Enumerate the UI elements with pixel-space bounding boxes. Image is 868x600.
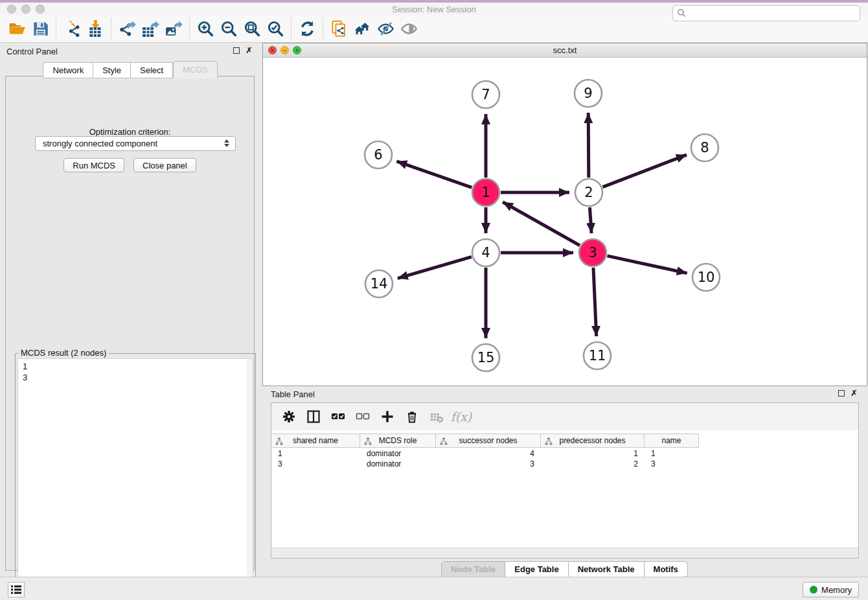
node-7[interactable]: 7 (472, 81, 499, 108)
table-cell[interactable]: 4 (436, 448, 541, 459)
tab-motifs[interactable]: Motifs (645, 561, 688, 577)
apply-layout-button[interactable] (295, 17, 319, 40)
edge-2-9[interactable] (588, 113, 589, 178)
edge-3-11[interactable] (593, 268, 597, 336)
tab-mcds[interactable]: MCDS (173, 61, 217, 78)
edge-4-14[interactable] (398, 257, 472, 278)
function-builder-button[interactable]: f(x) (450, 406, 472, 427)
export-image-button[interactable] (162, 17, 185, 40)
network-title: scc.txt (263, 45, 867, 55)
search-input[interactable] (672, 5, 860, 21)
table-cell[interactable]: 3 (436, 459, 541, 469)
zoom-in-button[interactable] (194, 17, 217, 40)
float-panel-icon[interactable] (233, 47, 240, 54)
show-all-button[interactable] (397, 17, 420, 40)
export-table-button[interactable] (139, 17, 162, 40)
delete-column-button[interactable] (401, 406, 423, 427)
node-14[interactable]: 14 (365, 270, 393, 297)
node-3[interactable]: 3 (579, 239, 606, 266)
edge-2-8[interactable] (603, 155, 687, 187)
close-panel-button[interactable]: Close panel (133, 158, 196, 172)
zoom-out-button[interactable] (217, 17, 240, 40)
edge-3-1[interactable] (503, 202, 580, 246)
column-header-predecessor-nodes[interactable]: predecessor nodes (541, 434, 645, 447)
table-cell[interactable]: 3 (271, 459, 360, 469)
mcds-result-title: MCDS result (2 nodes) (18, 348, 109, 358)
table-cell[interactable]: 1 (541, 448, 645, 459)
select-all-columns-button[interactable] (327, 406, 349, 427)
node-label: 6 (374, 147, 382, 163)
node-4[interactable]: 4 (472, 239, 499, 266)
node-1[interactable]: 1 (472, 179, 499, 206)
hide-selected-button[interactable] (374, 17, 397, 40)
table-header-row: shared nameMCDS rolesuccessor nodesprede… (271, 433, 699, 448)
zoom-selected-button[interactable] (264, 17, 287, 40)
node-label: 14 (371, 276, 388, 292)
node-6[interactable]: 6 (365, 141, 392, 168)
import-network-icon (63, 20, 81, 38)
gear-button[interactable] (278, 406, 300, 427)
unselect-all-columns-button[interactable] (352, 406, 374, 427)
column-header-MCDS-role[interactable]: MCDS role (360, 434, 436, 447)
zoom-out-icon (220, 20, 238, 38)
node-8[interactable]: 8 (691, 134, 718, 161)
hide-selected-icon (377, 20, 394, 38)
first-neighbors-button[interactable] (350, 17, 374, 40)
edge-3-10[interactable] (608, 256, 687, 273)
zoom-fit-button[interactable] (240, 17, 264, 40)
table-cell[interactable]: 1 (645, 448, 699, 459)
memory-button[interactable]: Memory (803, 582, 859, 597)
network-window-titlebar[interactable]: ✕ − + scc.txt (263, 43, 867, 58)
export-network-button[interactable] (115, 17, 139, 40)
table-cell[interactable]: dominator (360, 459, 436, 469)
table-rows: 1dominator4113dominator323 (271, 448, 858, 469)
add-column-button[interactable] (376, 406, 398, 427)
table-row[interactable]: 1dominator411 (271, 448, 858, 459)
optimization-criterion-label: Optimization criterion: (6, 127, 254, 137)
mcds-result-list[interactable]: 1 3 (17, 358, 253, 599)
column-header-shared-name[interactable]: shared name (271, 434, 360, 447)
task-history-button[interactable] (8, 582, 25, 597)
optimization-criterion-select[interactable]: strongly connected component (35, 136, 236, 151)
node-11[interactable]: 11 (584, 342, 611, 369)
float-table-panel-icon[interactable] (838, 390, 845, 397)
node-2[interactable]: 2 (575, 179, 602, 206)
import-table-button[interactable] (84, 17, 107, 40)
table-row[interactable]: 3dominator323 (271, 459, 858, 469)
tab-style[interactable]: Style (93, 62, 131, 78)
column-header-name[interactable]: name (645, 434, 699, 447)
delete-table-button[interactable] (426, 406, 448, 427)
node-15[interactable]: 15 (472, 344, 499, 371)
network-from-selection-button[interactable] (327, 17, 350, 40)
scrollbar-track[interactable] (247, 359, 253, 598)
tab-select[interactable]: Select (131, 62, 173, 78)
table-panel-title: Table Panel (271, 389, 315, 399)
table-cell[interactable]: 1 (271, 448, 360, 459)
edge-1-6[interactable] (396, 161, 472, 188)
tab-edge-table[interactable]: Edge Table (505, 561, 568, 577)
tab-network-table[interactable]: Network Table (569, 561, 645, 577)
import-network-button[interactable] (60, 17, 84, 40)
run-mcds-button[interactable]: Run MCDS (63, 158, 124, 172)
search-box (672, 5, 860, 21)
close-table-panel-icon[interactable]: ✗ (851, 390, 858, 397)
node-label: 11 (589, 348, 606, 363)
tab-node-table[interactable]: Node Table (441, 561, 505, 577)
open-session-button[interactable] (5, 17, 29, 40)
column-header-successor-nodes[interactable]: successor nodes (436, 434, 541, 447)
node-9[interactable]: 9 (575, 80, 602, 107)
network-canvas[interactable]: 7968124314101511 (263, 58, 867, 386)
table-scroll-strip[interactable] (271, 548, 858, 558)
close-panel-icon[interactable]: ✗ (246, 47, 253, 54)
table-cell[interactable]: 3 (645, 459, 699, 469)
save-session-button[interactable] (29, 17, 52, 40)
control-panel-title: Control Panel (6, 47, 58, 56)
split-columns-button[interactable] (303, 406, 325, 427)
node-10[interactable]: 10 (692, 264, 720, 291)
apply-layout-icon (299, 20, 316, 38)
edge-2-3[interactable] (590, 207, 592, 233)
table-cell[interactable]: 2 (541, 459, 645, 469)
network-graph: 7968124314101511 (263, 58, 867, 386)
table-cell[interactable]: dominator (360, 448, 436, 459)
tab-network[interactable]: Network (43, 62, 93, 78)
